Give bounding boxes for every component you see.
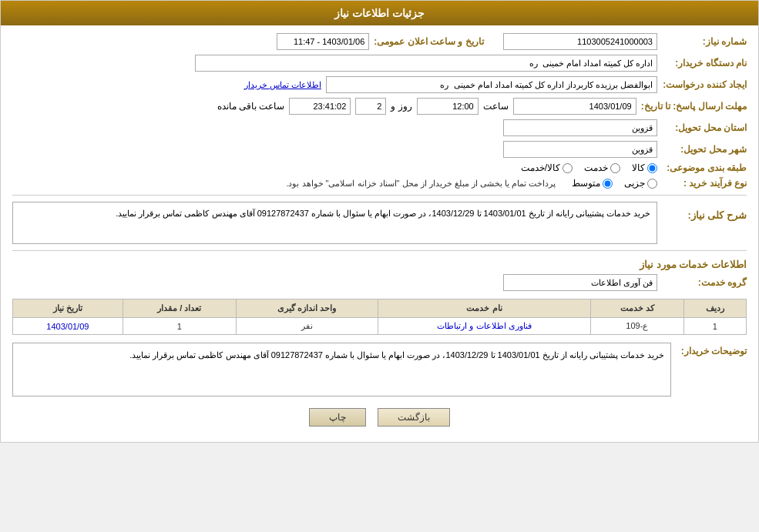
- shomara-input[interactable]: [503, 33, 657, 50]
- radio-kala-khedmat[interactable]: کالا/خدمت: [521, 162, 573, 173]
- cell-name: فناوری اطلاعات و ارتباطات: [378, 318, 591, 335]
- radio-motevaset-label: متوسط: [572, 178, 600, 189]
- col-unit: واحد اندازه گیری: [236, 299, 378, 318]
- dastgah-input[interactable]: [195, 55, 657, 72]
- header-title: جزئیات اطلاعات نیاز: [334, 7, 425, 19]
- gorooh-input[interactable]: [503, 274, 657, 291]
- gorooh-label: گروه خدمت:: [662, 277, 747, 288]
- tabaqe-label: طبقه بندی موضوعی:: [662, 162, 747, 173]
- tamaas-link[interactable]: اطلاعات تماس خریدار: [244, 80, 321, 90]
- radio-khedmat-label: خدمت: [584, 162, 608, 173]
- ijad-input[interactable]: [326, 76, 657, 93]
- farayand-label: نوع فرآیند خرید :: [662, 178, 747, 189]
- page-content: شماره نیاز: تاریخ و ساعت اعلان عمومی: نا…: [1, 25, 758, 442]
- mohlat-row: مهلت ارسال پاسخ: تا تاریخ: ساعت روز و سا…: [12, 98, 747, 115]
- cell-code: ع-109: [590, 318, 683, 335]
- ostan-row: استان محل تحویل:: [12, 119, 747, 136]
- col-radif: ردیف: [683, 299, 746, 318]
- tozihat-box: خرید خدمات پشتیبانی رایانه از تاریخ 1403…: [12, 343, 671, 396]
- tozihat-label: توضیحات خریدار:: [677, 343, 747, 356]
- cell-count: 1: [123, 318, 236, 335]
- radio-kala[interactable]: کالا: [632, 162, 657, 173]
- etelaat-title: اطلاعات خدمات مورد نیاز: [12, 259, 747, 270]
- radio-jozee-input[interactable]: [647, 179, 657, 189]
- radio-khedmat[interactable]: خدمت: [584, 162, 620, 173]
- shomara-label: شماره نیاز:: [662, 36, 747, 47]
- radio-kala-khedmat-label: کالا/خدمت: [521, 162, 560, 173]
- sharh-label: شرح کلی نیاز:: [662, 209, 747, 221]
- shahr-row: شهر محل تحویل:: [12, 141, 747, 158]
- sharh-box: خرید خدمات پشتیبانی رایانه از تاریخ 1403…: [12, 202, 657, 244]
- cell-date: 1403/01/09: [13, 318, 123, 335]
- radio-jozee[interactable]: جزیی: [624, 178, 657, 189]
- buttons-row: بازگشت چاپ: [12, 408, 747, 427]
- print-button[interactable]: چاپ: [309, 408, 366, 427]
- col-code: کد خدمت: [590, 299, 683, 318]
- page-header: جزئیات اطلاعات نیاز: [1, 1, 758, 25]
- radio-kala-label: کالا: [632, 162, 645, 173]
- dastgah-label: نام دستگاه خریدار:: [662, 58, 747, 69]
- back-button[interactable]: بازگشت: [378, 408, 450, 427]
- dastgah-row: نام دستگاه خریدار:: [12, 55, 747, 72]
- radio-kala-input[interactable]: [647, 163, 657, 173]
- ostan-input[interactable]: [503, 119, 657, 136]
- col-name: نام خدمت: [378, 299, 591, 318]
- tarikh-label: تاریخ و ساعت اعلان عمومی:: [374, 36, 483, 47]
- tabaqe-row: طبقه بندی موضوعی: کالا خدمت کالا/خدمت: [12, 162, 747, 173]
- mohlat-baqi-input[interactable]: [289, 98, 351, 115]
- col-count: تعداد / مقدار: [123, 299, 236, 318]
- shahr-label: شهر محل تحویل:: [662, 144, 747, 155]
- shahr-input[interactable]: [503, 141, 657, 158]
- radio-khedmat-input[interactable]: [610, 163, 620, 173]
- divider-1: [12, 195, 747, 196]
- radio-jozee-label: جزیی: [624, 178, 645, 189]
- cell-unit: نفر: [236, 318, 378, 335]
- tarikh-input[interactable]: [277, 33, 369, 50]
- farayand-radios: جزیی متوسط: [572, 178, 657, 189]
- mohlat-saat-input[interactable]: [417, 98, 479, 115]
- radio-kala-khedmat-input[interactable]: [563, 163, 573, 173]
- tozihat-row: توضیحات خریدار: خرید خدمات پشتیبانی رایا…: [12, 343, 747, 396]
- baqi-label: ساعت باقی مانده: [217, 101, 285, 112]
- mohlat-label: مهلت ارسال پاسخ: تا تاریخ:: [641, 101, 747, 112]
- gorooh-row: گروه خدمت:: [12, 274, 747, 291]
- mohlat-date-input[interactable]: [513, 98, 636, 115]
- farayand-row: نوع فرآیند خرید : جزیی متوسط پرداخت تمام…: [12, 178, 747, 189]
- ijad-row: ایجاد کننده درخواست: اطلاعات تماس خریدار: [12, 76, 747, 93]
- mohlat-rooz-input[interactable]: [355, 98, 386, 115]
- saat-label: ساعت: [483, 101, 509, 112]
- main-container: جزئیات اطلاعات نیاز شماره نیاز: تاریخ و …: [0, 0, 759, 443]
- farayand-note: پرداخت تمام یا بخشی از مبلغ خریدار از مح…: [286, 179, 556, 189]
- tabaqe-radios: کالا خدمت کالا/خدمت: [521, 162, 657, 173]
- ostan-label: استان محل تحویل:: [662, 122, 747, 133]
- sharh-row: شرح کلی نیاز: خرید خدمات پشتیبانی رایانه…: [12, 202, 747, 244]
- radio-motevaset[interactable]: متوسط: [572, 178, 613, 189]
- radio-motevaset-input[interactable]: [603, 179, 613, 189]
- ijad-label: ایجاد کننده درخواست:: [662, 79, 747, 90]
- table-header-row: ردیف کد خدمت نام خدمت واحد اندازه گیری ت…: [13, 299, 747, 318]
- rooz-label: روز و: [391, 101, 411, 112]
- col-date: تاریخ نیاز: [13, 299, 123, 318]
- services-table-section: ردیف کد خدمت نام خدمت واحد اندازه گیری ت…: [12, 299, 747, 335]
- divider-2: [12, 250, 747, 251]
- shomara-row: شماره نیاز: تاریخ و ساعت اعلان عمومی:: [12, 33, 747, 50]
- cell-radif: 1: [683, 318, 746, 335]
- table-row: 1 ع-109 فناوری اطلاعات و ارتباطات نفر 1 …: [13, 318, 747, 335]
- services-table: ردیف کد خدمت نام خدمت واحد اندازه گیری ت…: [12, 299, 747, 335]
